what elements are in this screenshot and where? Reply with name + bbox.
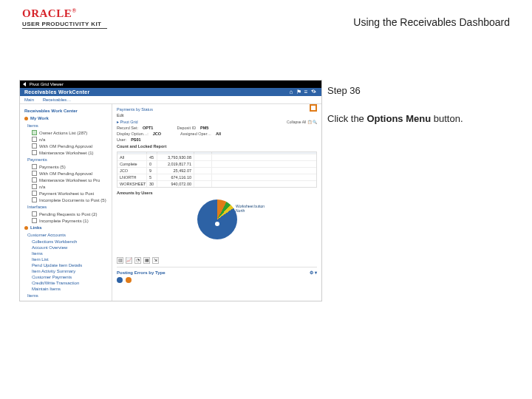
- panel-title-text: Payments by Status: [117, 107, 153, 112]
- browser-titlebar: Pivot Grid Viewer: [20, 81, 321, 88]
- links-subheader[interactable]: Items: [20, 292, 112, 299]
- pie-chart: Worksheet button North: [117, 200, 317, 254]
- cell: [194, 174, 212, 180]
- link-item[interactable]: Items: [20, 250, 112, 256]
- list-item[interactable]: Maintenance Worksheet (1): [20, 149, 112, 156]
- data-grid: All 45 3,793,930.08 Complete 0 2,019,817…: [117, 151, 317, 188]
- grid-icon[interactable]: ▦: [143, 257, 150, 264]
- links-subheader[interactable]: Customer Accounts: [20, 231, 112, 239]
- edit-button[interactable]: Edit: [117, 113, 123, 117]
- tab-receivables[interactable]: Receivables…: [43, 98, 72, 102]
- cell: 674,116.10: [157, 174, 194, 180]
- list-item[interactable]: n/a: [20, 183, 112, 190]
- col-header[interactable]: [157, 152, 194, 154]
- trademark: ®: [72, 7, 76, 14]
- left-nav: Receivables Work Center My Work Items Ow…: [20, 104, 112, 301]
- cell: [194, 168, 212, 174]
- links-label: Links: [30, 225, 42, 230]
- list-item[interactable]: With OM Pending Approval: [20, 170, 112, 177]
- options-menu-highlight[interactable]: [310, 104, 317, 112]
- col-header[interactable]: [117, 152, 147, 154]
- table-row[interactable]: Complete 0 2,019,817.71: [117, 160, 316, 167]
- back-icon[interactable]: [23, 82, 26, 86]
- app-title: Receivables WorkCenter: [24, 88, 287, 96]
- export-icon[interactable]: ⇲: [152, 257, 159, 264]
- dot-icon: [24, 117, 28, 120]
- list-item[interactable]: With OM Pending Approval: [20, 143, 112, 149]
- links-header[interactable]: Links: [20, 224, 112, 231]
- breadcrumb: Receivables Work Center: [20, 107, 112, 115]
- link-item[interactable]: Credit/Write Transaction: [20, 280, 112, 286]
- col-header[interactable]: [194, 152, 212, 154]
- bubble-2[interactable]: [126, 277, 132, 283]
- tab-main[interactable]: Main: [24, 98, 34, 102]
- record-set-value[interactable]: OPT1: [143, 126, 153, 130]
- amounts-by-users-label: Amounts by Users: [117, 191, 317, 195]
- link-item[interactable]: Customer Payments: [20, 274, 112, 280]
- cell: 9: [147, 168, 157, 174]
- dot-icon: [24, 226, 28, 230]
- display-option-value[interactable]: JCO: [153, 132, 161, 136]
- deposit-label: Deposit ID: [177, 126, 196, 130]
- chart-toolbar: ▥ 📈 ◔ ▦ ⇲: [117, 257, 317, 264]
- instruction-suffix: button.: [431, 113, 463, 124]
- app-header: Receivables WorkCenter ⌂ ⚑ ≡: [20, 88, 321, 96]
- line-chart-icon[interactable]: 📈: [126, 257, 132, 264]
- list-item[interactable]: n/a: [20, 136, 112, 143]
- section-interfaces[interactable]: Interfaces: [20, 203, 112, 211]
- link-item[interactable]: Maintain Items: [20, 286, 112, 292]
- cell: 5: [147, 174, 157, 180]
- chart-callout: Worksheet button North: [236, 204, 265, 213]
- instruction-panel: Step 36 Click the Options Menu button.: [327, 84, 512, 126]
- pivot-grid-label[interactable]: Pivot Grid: [120, 120, 138, 124]
- link-item[interactable]: Item List: [20, 256, 112, 262]
- cell: All: [117, 154, 147, 160]
- link-item[interactable]: Account Overview: [20, 245, 112, 250]
- link-item[interactable]: Item Activity Summary: [20, 268, 112, 274]
- bar-chart-icon[interactable]: ▥: [117, 257, 123, 264]
- table-row[interactable]: WORKSHEET 30 940,072.00: [117, 180, 316, 187]
- section-payments[interactable]: Payments: [20, 156, 112, 163]
- list-item[interactable]: Payments (5): [20, 163, 112, 170]
- table-row[interactable]: LNORTH 5 674,116.10: [117, 174, 316, 180]
- list-item[interactable]: Incomplete Payments (1): [20, 217, 112, 224]
- list-item[interactable]: Pending Requests to Post (2): [20, 211, 112, 217]
- list-item[interactable]: Maintenance Worksheet to Pro: [20, 177, 112, 183]
- list-item[interactable]: Owner Actions List (287): [20, 129, 112, 136]
- panel2-gear-icon[interactable]: ⚙ ▾: [310, 270, 317, 275]
- link-item[interactable]: Pend Update Item Details: [20, 262, 112, 268]
- brand-text: ORACLE: [22, 7, 72, 19]
- user-value[interactable]: PS01: [131, 137, 140, 142]
- cell: JCO: [117, 168, 147, 174]
- link-item[interactable]: Collections Workbench: [20, 239, 112, 245]
- document-title: Using the Receivables Dashboard: [353, 16, 510, 28]
- table-row[interactable]: All 45 3,793,930.08: [117, 154, 316, 160]
- flag-icon[interactable]: ⚑: [295, 88, 302, 96]
- collapse-all-link[interactable]: Collapse All: [287, 120, 306, 124]
- panel-title: Payments by Status: [117, 107, 317, 112]
- cell: [194, 161, 212, 167]
- grid-title: Count and Locked Report: [117, 144, 317, 149]
- panel2-text: Posting Errors by Type: [117, 270, 166, 275]
- list-item[interactable]: Incomplete Documents to Post (5): [20, 197, 112, 203]
- mywork-header[interactable]: My Work: [20, 115, 112, 122]
- bubble-1[interactable]: [117, 277, 123, 283]
- link-item[interactable]: Pending Online Update: [20, 299, 112, 301]
- cell: [194, 154, 212, 160]
- gear-icon[interactable]: [310, 88, 317, 96]
- menu-icon[interactable]: ≡: [302, 88, 310, 96]
- pie-chart-icon[interactable]: ◔: [134, 257, 141, 264]
- assigned-value[interactable]: All: [216, 132, 221, 136]
- instruction-text: Click the Options Menu button.: [327, 112, 512, 126]
- section-items[interactable]: Items: [20, 122, 112, 129]
- home-icon[interactable]: ⌂: [287, 88, 295, 96]
- list-item[interactable]: Payment Worksheet to Post: [20, 190, 112, 197]
- cell: 45: [147, 154, 157, 160]
- cell: 940,072.00: [157, 181, 194, 187]
- pie-graphic[interactable]: [197, 200, 237, 239]
- col-header[interactable]: [147, 152, 157, 154]
- deposit-value[interactable]: PM5: [200, 126, 208, 130]
- table-row[interactable]: JCO 9 25,492.07: [117, 167, 316, 174]
- assigned-label: Assigned Oper…: [180, 132, 211, 136]
- app-screenshot: Pivot Grid Viewer Receivables WorkCenter…: [19, 80, 322, 301]
